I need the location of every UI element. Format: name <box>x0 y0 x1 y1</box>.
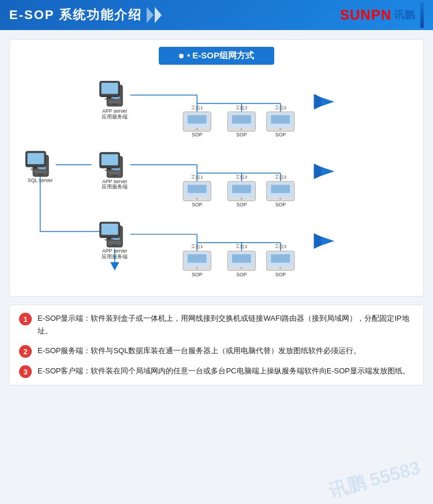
desc-item-3: 3 E-SOP客户端：软件装在同个局域网内的任意一台或多台PC电脑端上操纵服务端… <box>19 365 414 378</box>
svg-rect-41 <box>31 169 39 170</box>
svg-text:工位1: 工位1 <box>191 105 203 110</box>
header-chevron-decoration <box>147 7 162 23</box>
svg-rect-87 <box>104 239 113 240</box>
diagram-box: • E-SOP组网方式 APP server 应用服务端 <box>9 39 424 297</box>
svg-rect-82 <box>109 241 121 244</box>
logo-cn: 讯鹏 <box>394 8 415 22</box>
chevron-icon-1 <box>147 7 154 23</box>
svg-rect-36 <box>35 171 47 174</box>
svg-text:应用服务端: 应用服务端 <box>102 114 128 120</box>
desc-item-2: 2 E-SOP服务端：软件与SQL数据库装在通一台服务器上（或用电脑代替）发放图… <box>19 344 414 358</box>
desc-number-1: 1 <box>19 313 32 325</box>
svg-rect-3 <box>113 103 117 105</box>
station-2-1: 工位1 SOP <box>183 175 211 207</box>
station-2-3: 工位3 SOP <box>267 175 294 207</box>
svg-rect-85 <box>102 224 118 235</box>
svg-rect-26 <box>240 128 242 130</box>
svg-rect-47 <box>113 175 117 176</box>
svg-text:SOP: SOP <box>236 272 247 277</box>
station-3-2: 工位2 SOP <box>227 244 255 277</box>
svg-text:工位3: 工位3 <box>275 244 286 249</box>
svg-rect-49 <box>102 154 118 165</box>
svg-text:SOP: SOP <box>192 132 203 138</box>
svg-text:SOP: SOP <box>236 202 247 207</box>
station-3-3: 工位3 SOP <box>267 244 294 277</box>
arrow-right-1b <box>321 97 334 106</box>
chevron-icon-2 <box>155 7 162 23</box>
svg-rect-2 <box>109 100 121 103</box>
svg-text:工位2: 工位2 <box>236 244 247 249</box>
svg-text:SOP: SOP <box>275 272 286 277</box>
app-server-2: APP server 应用服务端 <box>100 153 128 190</box>
arrow-right-2b <box>321 167 334 176</box>
svg-rect-19 <box>188 115 207 123</box>
arrow-down-3 <box>110 262 119 270</box>
svg-text:SOP: SOP <box>192 272 203 277</box>
svg-text:SOP: SOP <box>192 202 203 207</box>
station-2-2: 工位2 SOP <box>227 175 255 207</box>
diagram-title-text: • E-SOP组网方式 <box>187 50 254 61</box>
main-content: • E-SOP组网方式 APP server 应用服务端 <box>0 30 433 504</box>
svg-rect-7 <box>104 98 113 99</box>
svg-rect-32 <box>279 128 282 130</box>
description-section: 1 E-SOP显示端：软件装到盒子或一体机上，用网线接到交换机或链接WAFI路由… <box>9 305 424 386</box>
svg-rect-37 <box>39 173 43 175</box>
svg-text:APP server: APP server <box>102 179 128 184</box>
svg-rect-64 <box>196 198 198 200</box>
desc-item-1: 1 E-SOP显示端：软件装到盒子或一体机上，用网线接到交换机或链接WAFI路由… <box>19 312 414 338</box>
svg-text:工位3: 工位3 <box>275 175 286 180</box>
app-server-1: APP server 应用服务端 <box>100 81 128 120</box>
svg-text:SOP: SOP <box>275 132 286 138</box>
svg-rect-25 <box>232 115 251 123</box>
svg-text:SOP: SOP <box>236 132 247 138</box>
svg-rect-5 <box>102 83 118 94</box>
svg-text:APP server: APP server <box>102 108 128 114</box>
svg-text:工位1: 工位1 <box>191 244 203 249</box>
arrow-right-3b <box>321 236 334 245</box>
svg-text:SOP: SOP <box>275 202 286 207</box>
desc-number-3: 3 <box>19 365 32 378</box>
sql-server: SQL server <box>26 151 53 183</box>
watermark: 讯鹏 55583 <box>326 455 423 504</box>
svg-rect-100 <box>188 254 207 262</box>
svg-rect-31 <box>271 115 290 123</box>
svg-rect-101 <box>196 267 198 269</box>
svg-text:工位1: 工位1 <box>191 175 203 180</box>
svg-rect-69 <box>232 185 251 193</box>
svg-rect-112 <box>271 254 290 262</box>
logo-bar <box>420 2 424 28</box>
svg-rect-113 <box>279 267 282 269</box>
station-3-1: 工位1 SOP <box>183 244 211 277</box>
svg-text:工位2: 工位2 <box>236 175 247 180</box>
svg-rect-39 <box>27 153 44 164</box>
desc-text-3: E-SOP客户端：软件装在同个局域网内的任意一台或多台PC电脑端上操纵服务端软件… <box>38 365 410 377</box>
svg-rect-107 <box>240 267 242 269</box>
svg-rect-106 <box>232 254 251 262</box>
station-1-2: 工位2 SOP <box>227 105 255 138</box>
svg-rect-46 <box>109 172 121 175</box>
svg-rect-63 <box>188 185 207 193</box>
desc-number-2: 2 <box>19 345 32 358</box>
desc-text-1: E-SOP显示端：软件装到盒子或一体机上，用网线接到交换机或链接WAFI路由器（… <box>38 312 414 338</box>
svg-rect-20 <box>196 128 198 130</box>
desc-text-2: E-SOP服务端：软件与SQL数据库装在通一台服务器上（或用电脑代替）发放图纸软… <box>38 344 361 357</box>
diagram-title: • E-SOP组网方式 <box>159 47 274 65</box>
logo-container: SUNPN 讯鹏 <box>340 2 424 28</box>
page-title: E-SOP 系统功能介绍 <box>9 6 142 24</box>
station-1-1: 工位1 SOP <box>183 105 211 138</box>
svg-rect-83 <box>113 244 117 246</box>
app-server-3: APP server 应用服务端 <box>100 222 128 260</box>
logo-text: SUNPN <box>340 7 391 23</box>
svg-text:工位2: 工位2 <box>236 105 247 110</box>
svg-rect-51 <box>104 170 113 171</box>
svg-rect-76 <box>279 198 282 200</box>
header: E-SOP 系统功能介绍 SUNPN 讯鹏 <box>0 0 433 30</box>
svg-rect-75 <box>271 185 290 193</box>
station-1-3: 工位3 SOP <box>267 105 294 138</box>
bullet-dot <box>179 54 184 58</box>
svg-text:应用服务端: 应用服务端 <box>102 184 128 190</box>
network-diagram: APP server 应用服务端 工位1 SOP <box>19 73 414 284</box>
svg-rect-70 <box>240 198 242 200</box>
svg-text:工位3: 工位3 <box>275 105 286 110</box>
